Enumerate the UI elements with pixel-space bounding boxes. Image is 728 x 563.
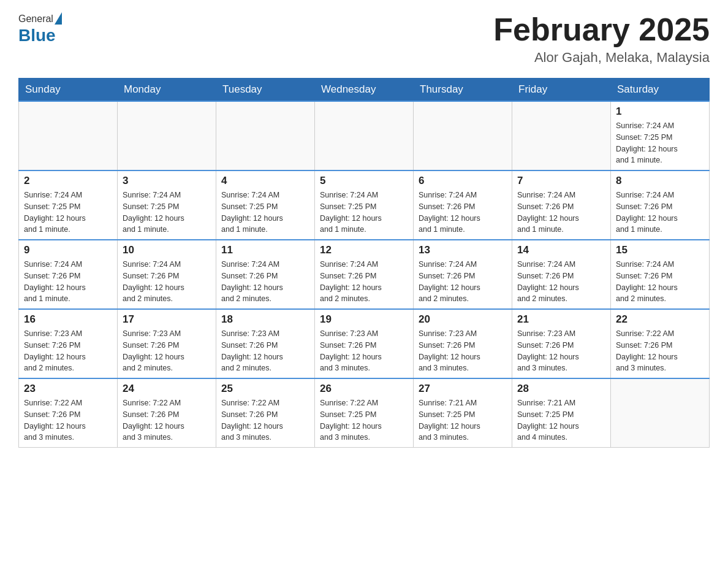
day-info: Sunrise: 7:24 AM Sunset: 7:25 PM Dayligh… (320, 190, 408, 236)
day-info: Sunrise: 7:24 AM Sunset: 7:25 PM Dayligh… (24, 190, 112, 236)
calendar-week-row: 16Sunrise: 7:23 AM Sunset: 7:26 PM Dayli… (19, 309, 710, 378)
calendar-cell: 1Sunrise: 7:24 AM Sunset: 7:25 PM Daylig… (611, 101, 710, 170)
day-info: Sunrise: 7:24 AM Sunset: 7:26 PM Dayligh… (616, 259, 704, 305)
day-number: 19 (320, 313, 408, 326)
day-info: Sunrise: 7:22 AM Sunset: 7:26 PM Dayligh… (616, 328, 704, 374)
day-info: Sunrise: 7:22 AM Sunset: 7:26 PM Dayligh… (24, 397, 112, 443)
day-info: Sunrise: 7:23 AM Sunset: 7:26 PM Dayligh… (320, 328, 408, 374)
calendar-week-row: 23Sunrise: 7:22 AM Sunset: 7:26 PM Dayli… (19, 378, 710, 448)
day-number: 11 (221, 244, 309, 256)
day-number: 27 (419, 383, 507, 395)
day-info: Sunrise: 7:23 AM Sunset: 7:26 PM Dayligh… (517, 328, 605, 374)
calendar-cell (414, 101, 512, 170)
calendar-cell: 10Sunrise: 7:24 AM Sunset: 7:26 PM Dayli… (118, 240, 216, 309)
calendar-cell: 7Sunrise: 7:24 AM Sunset: 7:26 PM Daylig… (512, 170, 611, 240)
calendar-cell: 15Sunrise: 7:24 AM Sunset: 7:26 PM Dayli… (611, 240, 710, 309)
calendar-cell: 25Sunrise: 7:22 AM Sunset: 7:26 PM Dayli… (216, 378, 315, 448)
day-number: 4 (221, 175, 309, 187)
day-info: Sunrise: 7:21 AM Sunset: 7:25 PM Dayligh… (419, 397, 507, 443)
title-block: February 2025 Alor Gajah, Melaka, Malays… (493, 12, 710, 66)
day-of-week-header: Wednesday (315, 79, 414, 102)
day-info: Sunrise: 7:24 AM Sunset: 7:26 PM Dayligh… (24, 259, 112, 305)
day-info: Sunrise: 7:23 AM Sunset: 7:26 PM Dayligh… (221, 328, 309, 374)
day-number: 8 (616, 175, 704, 187)
day-info: Sunrise: 7:24 AM Sunset: 7:26 PM Dayligh… (123, 259, 211, 305)
calendar-cell (611, 378, 710, 448)
day-number: 25 (221, 383, 309, 395)
day-info: Sunrise: 7:24 AM Sunset: 7:26 PM Dayligh… (221, 259, 309, 305)
day-number: 18 (221, 313, 309, 326)
day-number: 22 (616, 313, 704, 326)
calendar-cell: 12Sunrise: 7:24 AM Sunset: 7:26 PM Dayli… (315, 240, 414, 309)
calendar-cell: 20Sunrise: 7:23 AM Sunset: 7:26 PM Dayli… (414, 309, 512, 378)
day-info: Sunrise: 7:24 AM Sunset: 7:25 PM Dayligh… (123, 190, 211, 236)
day-info: Sunrise: 7:24 AM Sunset: 7:26 PM Dayligh… (517, 190, 605, 236)
page-header: General Blue February 2025 Alor Gajah, M… (18, 12, 710, 66)
calendar-cell: 14Sunrise: 7:24 AM Sunset: 7:26 PM Dayli… (512, 240, 611, 309)
calendar-cell: 27Sunrise: 7:21 AM Sunset: 7:25 PM Dayli… (414, 378, 512, 448)
day-of-week-header: Monday (118, 79, 216, 102)
calendar-week-row: 1Sunrise: 7:24 AM Sunset: 7:25 PM Daylig… (19, 101, 710, 170)
day-number: 1 (616, 105, 704, 118)
day-number: 17 (123, 313, 211, 326)
day-info: Sunrise: 7:22 AM Sunset: 7:26 PM Dayligh… (123, 397, 211, 443)
day-number: 24 (123, 383, 211, 395)
day-info: Sunrise: 7:23 AM Sunset: 7:26 PM Dayligh… (419, 328, 507, 374)
day-info: Sunrise: 7:22 AM Sunset: 7:26 PM Dayligh… (221, 397, 309, 443)
location-title: Alor Gajah, Melaka, Malaysia (493, 50, 710, 66)
day-of-week-header: Sunday (19, 79, 118, 102)
month-title: February 2025 (493, 12, 710, 47)
calendar-cell: 18Sunrise: 7:23 AM Sunset: 7:26 PM Dayli… (216, 309, 315, 378)
calendar-cell (19, 101, 118, 170)
day-number: 12 (320, 244, 408, 256)
day-of-week-header: Tuesday (216, 79, 315, 102)
day-number: 26 (320, 383, 408, 395)
day-number: 7 (517, 175, 605, 187)
day-info: Sunrise: 7:21 AM Sunset: 7:25 PM Dayligh… (517, 397, 605, 443)
calendar-cell: 24Sunrise: 7:22 AM Sunset: 7:26 PM Dayli… (118, 378, 216, 448)
calendar-week-row: 2Sunrise: 7:24 AM Sunset: 7:25 PM Daylig… (19, 170, 710, 240)
day-number: 13 (419, 244, 507, 256)
calendar-cell: 9Sunrise: 7:24 AM Sunset: 7:26 PM Daylig… (19, 240, 118, 309)
day-info: Sunrise: 7:24 AM Sunset: 7:25 PM Dayligh… (221, 190, 309, 236)
day-info: Sunrise: 7:24 AM Sunset: 7:26 PM Dayligh… (616, 190, 704, 236)
day-number: 10 (123, 244, 211, 256)
day-number: 21 (517, 313, 605, 326)
calendar-header-row: SundayMondayTuesdayWednesdayThursdayFrid… (19, 79, 710, 102)
day-info: Sunrise: 7:24 AM Sunset: 7:26 PM Dayligh… (419, 190, 507, 236)
day-number: 9 (24, 244, 112, 256)
day-info: Sunrise: 7:24 AM Sunset: 7:26 PM Dayligh… (419, 259, 507, 305)
calendar-cell (216, 101, 315, 170)
day-number: 20 (419, 313, 507, 326)
calendar-cell: 11Sunrise: 7:24 AM Sunset: 7:26 PM Dayli… (216, 240, 315, 309)
calendar-cell: 26Sunrise: 7:22 AM Sunset: 7:25 PM Dayli… (315, 378, 414, 448)
day-number: 15 (616, 244, 704, 256)
calendar-week-row: 9Sunrise: 7:24 AM Sunset: 7:26 PM Daylig… (19, 240, 710, 309)
calendar-cell: 4Sunrise: 7:24 AM Sunset: 7:25 PM Daylig… (216, 170, 315, 240)
day-number: 5 (320, 175, 408, 187)
calendar-cell: 21Sunrise: 7:23 AM Sunset: 7:26 PM Dayli… (512, 309, 611, 378)
day-info: Sunrise: 7:23 AM Sunset: 7:26 PM Dayligh… (24, 328, 112, 374)
calendar-cell: 8Sunrise: 7:24 AM Sunset: 7:26 PM Daylig… (611, 170, 710, 240)
logo: General Blue (18, 12, 62, 45)
logo-general-text: General (18, 13, 53, 25)
calendar-cell: 6Sunrise: 7:24 AM Sunset: 7:26 PM Daylig… (414, 170, 512, 240)
calendar-table: SundayMondayTuesdayWednesdayThursdayFrid… (18, 78, 710, 448)
calendar-cell: 19Sunrise: 7:23 AM Sunset: 7:26 PM Dayli… (315, 309, 414, 378)
calendar-cell: 16Sunrise: 7:23 AM Sunset: 7:26 PM Dayli… (19, 309, 118, 378)
day-number: 16 (24, 313, 112, 326)
logo-blue-text: Blue (18, 26, 62, 45)
calendar-cell: 22Sunrise: 7:22 AM Sunset: 7:26 PM Dayli… (611, 309, 710, 378)
day-info: Sunrise: 7:23 AM Sunset: 7:26 PM Dayligh… (123, 328, 211, 374)
day-number: 2 (24, 175, 112, 187)
calendar-cell: 13Sunrise: 7:24 AM Sunset: 7:26 PM Dayli… (414, 240, 512, 309)
calendar-cell: 3Sunrise: 7:24 AM Sunset: 7:25 PM Daylig… (118, 170, 216, 240)
calendar-cell: 28Sunrise: 7:21 AM Sunset: 7:25 PM Dayli… (512, 378, 611, 448)
calendar-cell (512, 101, 611, 170)
day-info: Sunrise: 7:24 AM Sunset: 7:26 PM Dayligh… (517, 259, 605, 305)
calendar-cell (315, 101, 414, 170)
day-info: Sunrise: 7:22 AM Sunset: 7:25 PM Dayligh… (320, 397, 408, 443)
day-number: 14 (517, 244, 605, 256)
day-of-week-header: Saturday (611, 79, 710, 102)
day-info: Sunrise: 7:24 AM Sunset: 7:25 PM Dayligh… (616, 120, 704, 166)
